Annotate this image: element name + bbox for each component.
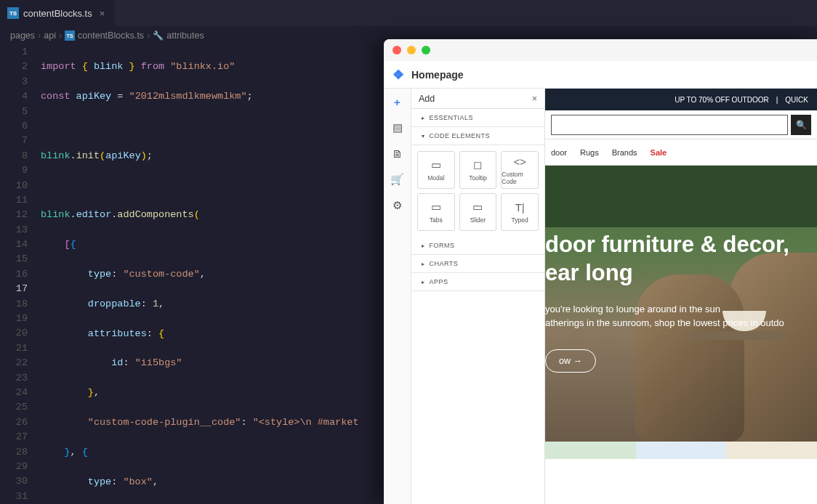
category-nav: door Rugs Brands Sale [545, 139, 817, 166]
chevron-right-icon: ▸ [422, 115, 425, 121]
component-tooltip[interactable]: ◻ Tooltip [459, 151, 497, 189]
accordion-apps[interactable]: ▸ APPS [411, 273, 544, 291]
accordion-charts[interactable]: ▸ CHARTS [411, 255, 544, 273]
typescript-icon [65, 31, 75, 41]
tabs-icon: ▭ [431, 200, 441, 214]
nav-category[interactable]: Rugs [580, 148, 599, 157]
breadcrumb-seg[interactable]: pages [10, 31, 35, 41]
component-modal[interactable]: ▭ Modal [417, 151, 455, 189]
add-panel-title: Add [419, 94, 435, 104]
accordion-forms[interactable]: ▸ FORMS [411, 237, 544, 255]
bottom-strip [545, 442, 817, 459]
editor-left-rail: + ▤ 🗎 🛒 ⚙ [384, 89, 411, 504]
chevron-right-icon: › [38, 31, 41, 41]
breadcrumb-seg[interactable]: api [44, 31, 56, 41]
close-icon[interactable]: × [97, 8, 108, 19]
mac-close-button[interactable] [393, 46, 401, 54]
tab-filename: contentBlocks.ts [23, 8, 92, 19]
add-panel-header: Add × [411, 89, 544, 109]
tooltip-icon: ◻ [473, 158, 482, 171]
browser-window: ❖ Homepage + ▤ 🗎 🛒 ⚙ Add × ▸ ESSENTIALS … [384, 39, 817, 504]
chevron-right-icon: › [147, 31, 150, 41]
accordion-code-elements[interactable]: ▾ CODE ELEMENTS [411, 127, 544, 145]
wrench-icon: 🔧 [153, 31, 164, 41]
hero-cta-button[interactable]: ow → [545, 349, 596, 373]
page-title: Homepage [411, 69, 464, 81]
component-grid: ▭ Modal ◻ Tooltip <> Custom Code ▭ Tabs … [411, 145, 544, 237]
search-button[interactable]: 🔍 [791, 115, 811, 135]
slider-icon: ▭ [472, 200, 483, 214]
layers-rail-icon[interactable]: ▤ [393, 121, 403, 134]
search-input[interactable] [551, 115, 788, 135]
mac-minimize-button[interactable] [407, 46, 416, 54]
search-icon: 🔍 [796, 120, 807, 130]
component-slider[interactable]: ▭ Slider [459, 193, 497, 231]
mac-titlebar [384, 39, 817, 61]
breadcrumb-seg[interactable]: contentBlocks.ts [65, 31, 144, 41]
promo-bar: UP TO 70% OFF OUTDOOR | QUICK [545, 89, 817, 110]
chevron-down-icon: ▾ [422, 133, 425, 139]
close-icon[interactable]: × [532, 94, 537, 104]
nav-category-sale[interactable]: Sale [651, 148, 667, 157]
accordion-essentials[interactable]: ▸ ESSENTIALS [411, 109, 544, 127]
settings-rail-icon[interactable]: ⚙ [393, 199, 402, 212]
breadcrumb-seg[interactable]: 🔧 attributes [153, 31, 204, 41]
line-number-gutter: 1 2 3 4 5 6 7 8 9 10 11 12 13 14 15 16 1… [0, 45, 41, 504]
modal-icon: ▭ [431, 158, 441, 171]
typed-icon: T| [515, 201, 525, 214]
pages-rail-icon[interactable]: 🗎 [392, 147, 403, 160]
add-rail-icon[interactable]: + [394, 96, 401, 108]
commerce-rail-icon[interactable]: 🛒 [390, 173, 404, 186]
search-bar: 🔍 [545, 110, 817, 139]
app-header: ❖ Homepage [384, 61, 817, 89]
hero-section: door furniture & decor, ear long you're … [545, 166, 817, 442]
chevron-right-icon: › [59, 31, 62, 41]
editor-tab-bar: contentBlocks.ts × [0, 0, 817, 26]
component-typed[interactable]: T| Typed [501, 193, 539, 231]
hero-title: door furniture & decor, ear long [545, 231, 817, 288]
typescript-icon [7, 7, 19, 19]
code-icon: <> [513, 155, 526, 168]
app-logo-icon: ❖ [393, 67, 404, 83]
hero-subtitle: you're looking to lounge around in the s… [545, 302, 817, 330]
component-tabs[interactable]: ▭ Tabs [417, 193, 455, 231]
nav-category[interactable]: Brands [612, 148, 637, 157]
site-preview: UP TO 70% OFF OUTDOOR | QUICK 🔍 door Rug… [545, 89, 817, 504]
add-components-panel: Add × ▸ ESSENTIALS ▾ CODE ELEMENTS ▭ Mod… [411, 89, 545, 504]
chevron-right-icon: ▸ [422, 279, 425, 285]
chevron-right-icon: ▸ [422, 261, 425, 267]
editor-tab-active[interactable]: contentBlocks.ts × [0, 0, 115, 26]
component-custom-code[interactable]: <> Custom Code [501, 151, 539, 189]
nav-category[interactable]: door [551, 148, 567, 157]
mac-maximize-button[interactable] [422, 46, 430, 54]
chevron-right-icon: ▸ [422, 243, 425, 249]
